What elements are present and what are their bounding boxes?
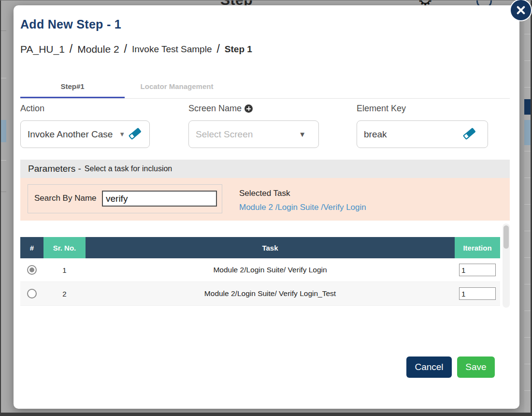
task-table-header: # Sr. No. Task Iteration bbox=[20, 237, 500, 258]
breadcrumb-case: Invoke Test Sample bbox=[132, 44, 212, 55]
selected-task-label: Selected Task bbox=[239, 189, 290, 198]
screen-select[interactable]: Select Screen ▼ bbox=[188, 120, 319, 148]
table-row: 2 Module 2/Login Suite/ Verify Login_Tes… bbox=[20, 282, 500, 306]
row-srno: 1 bbox=[43, 258, 86, 282]
breadcrumb-module: Module 2 bbox=[77, 44, 119, 55]
tab-step1[interactable]: Step#1 bbox=[20, 78, 125, 98]
element-key-value: break bbox=[364, 129, 460, 140]
tab-locator-management[interactable]: Locator Management bbox=[125, 78, 229, 98]
eraser-icon[interactable] bbox=[127, 127, 143, 142]
background-blue-cell bbox=[0, 120, 6, 142]
eraser-icon[interactable] bbox=[461, 127, 477, 142]
col-header-srno: Sr. No. bbox=[43, 237, 86, 258]
screen-placeholder: Select Screen bbox=[196, 129, 299, 140]
row-task: Module 2/Login Suite/ Verify Login bbox=[86, 258, 455, 282]
breadcrumb: PA_HU_1 / Module 2 / Invoke Test Sample … bbox=[20, 43, 252, 56]
search-box: Search By Name bbox=[28, 184, 222, 213]
parameters-title: Parameters - bbox=[28, 163, 81, 174]
add-screen-icon[interactable] bbox=[244, 104, 253, 113]
parameters-subtitle: Select a task for inclusion bbox=[85, 164, 172, 173]
row-srno: 2 bbox=[43, 282, 86, 305]
row-select-radio[interactable] bbox=[27, 265, 37, 275]
table-scrollbar-thumb[interactable] bbox=[503, 225, 509, 249]
close-button[interactable] bbox=[510, 0, 532, 21]
close-icon bbox=[516, 5, 526, 15]
chevron-down-icon: ▼ bbox=[119, 131, 125, 137]
search-input[interactable] bbox=[102, 191, 217, 207]
action-select[interactable]: Invoke Another Case ▼ bbox=[20, 120, 150, 148]
table-row: 1 Module 2/Login Suite/ Verify Login bbox=[20, 258, 500, 282]
dialog-title: Add New Step - 1 bbox=[20, 17, 121, 31]
col-header-iteration: Iteration bbox=[455, 237, 500, 258]
task-table-scroll-area: # Sr. No. Task Iteration 1 Module 2/Logi… bbox=[20, 223, 510, 309]
task-table: # Sr. No. Task Iteration 1 Module 2/Logi… bbox=[20, 237, 500, 306]
element-key-field[interactable]: break bbox=[357, 120, 488, 148]
background-dark-cell bbox=[524, 99, 531, 115]
breadcrumb-separator: / bbox=[70, 43, 72, 56]
screen: Step ⚙ g e Add New Step - 1 PA_HU_1 / Mo… bbox=[0, 0, 532, 416]
task-selection-panel: Search By Name Selected Task Module 2 /L… bbox=[20, 178, 510, 221]
cancel-button[interactable]: Cancel bbox=[406, 357, 452, 378]
background-table-edge-right bbox=[524, 6, 531, 413]
breadcrumb-project: PA_HU_1 bbox=[20, 44, 65, 55]
parameters-header: Parameters - Select a task for inclusion bbox=[20, 160, 510, 178]
breadcrumb-step: Step 1 bbox=[225, 44, 252, 55]
iteration-input[interactable] bbox=[459, 287, 496, 300]
background-blue-cell bbox=[524, 120, 531, 145]
row-select-radio[interactable] bbox=[27, 289, 37, 298]
save-button[interactable]: Save bbox=[457, 357, 495, 378]
add-step-dialog: Add New Step - 1 PA_HU_1 / Module 2 / In… bbox=[14, 5, 519, 409]
col-header-task: Task bbox=[86, 237, 455, 258]
action-label: Action bbox=[20, 104, 44, 114]
col-header-hash: # bbox=[20, 237, 43, 258]
table-scrollbar[interactable] bbox=[503, 223, 510, 308]
row-task: Module 2/Login Suite/ Verify Login_Test bbox=[86, 282, 455, 305]
screen-name-label: Screen Name bbox=[188, 104, 253, 114]
breadcrumb-separator: / bbox=[124, 43, 127, 56]
background-table-edge-left bbox=[0, 0, 6, 413]
tab-bar: Step#1 Locator Management bbox=[20, 78, 510, 99]
action-value: Invoke Another Case bbox=[28, 129, 119, 140]
iteration-input[interactable] bbox=[459, 264, 496, 276]
selected-task-link[interactable]: Module 2 /Login Suite /Verify Login bbox=[239, 203, 366, 212]
chevron-down-icon: ▼ bbox=[299, 131, 306, 138]
search-label: Search By Name bbox=[34, 193, 97, 203]
element-key-label: Element Key bbox=[357, 104, 406, 114]
breadcrumb-separator: / bbox=[216, 43, 219, 56]
